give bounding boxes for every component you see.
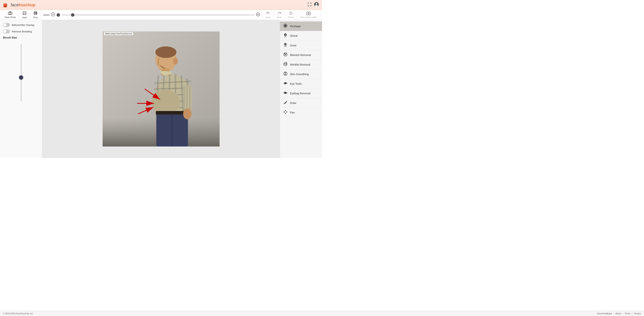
logo-text: facetouchup: [11, 2, 35, 8]
svg-point-70: [284, 62, 287, 66]
brush-size-track: [21, 44, 22, 101]
svg-marker-85: [285, 113, 286, 114]
brush-size-thumb[interactable]: [19, 75, 23, 80]
svg-point-64: [285, 44, 286, 45]
svg-rect-17: [34, 14, 36, 15]
eyebag-removal-label: Eyebag Removal: [290, 92, 310, 95]
canvas-area[interactable]: Made Using FaceTouchUp.com: [42, 20, 280, 158]
logo-icon: [3, 2, 9, 8]
svg-marker-86: [284, 112, 284, 112]
zoom-in-button[interactable]: [256, 12, 260, 17]
svg-point-56: [183, 108, 192, 119]
header-actions: [308, 2, 319, 8]
svg-rect-13: [24, 13, 26, 14]
svg-rect-12: [24, 12, 26, 13]
before-after-overlay-toggle-row: Before/After Overlay: [3, 23, 39, 27]
reset-icon: [289, 12, 293, 16]
svg-marker-84: [285, 110, 286, 111]
svg-rect-24: [306, 12, 308, 15]
left-panel: Before/After Overlay Remove Branding Bru…: [0, 20, 42, 158]
svg-point-77: [285, 92, 286, 93]
svg-point-49: [155, 46, 176, 58]
zoom-out-button[interactable]: [51, 12, 55, 17]
draw-icon: [283, 100, 288, 106]
zoom-slider[interactable]: [62, 14, 255, 15]
tool-item-pan[interactable]: Pan: [280, 108, 322, 117]
svg-point-75: [285, 83, 286, 84]
photo-canvas: [102, 32, 220, 146]
draw-label: Draw: [290, 102, 296, 104]
undo-icon: [266, 12, 270, 16]
fullscreen-button[interactable]: [308, 2, 312, 8]
eye-tools-icon: [283, 81, 288, 86]
svg-point-51: [173, 58, 178, 64]
blemish-removal-label: Blemish Removal: [290, 54, 311, 56]
shrink-icon: [283, 33, 288, 38]
skin-smoothing-icon: [283, 71, 288, 77]
skin-smoothing-label: Skin Smoothing: [290, 73, 309, 76]
svg-line-78: [286, 101, 286, 102]
account-button[interactable]: [314, 2, 319, 8]
remove-branding-toggle-row: Remove Branding: [3, 30, 39, 33]
tool-item-grow[interactable]: Grow: [280, 41, 322, 50]
wrinkle-removal-icon: [283, 62, 288, 67]
svg-point-73: [285, 72, 286, 74]
zoom-area: Zoom: [41, 12, 262, 17]
pan-icon: [283, 110, 288, 115]
print-icon: [34, 11, 38, 16]
svg-point-62: [285, 34, 286, 35]
svg-point-44: [152, 90, 180, 114]
reset-button[interactable]: Reset: [285, 11, 297, 19]
tool-item-eyebag-removal[interactable]: Eyebag Removal: [280, 88, 322, 98]
eyebag-removal-icon: [283, 90, 288, 96]
svg-marker-87: [286, 112, 287, 112]
svg-point-8: [315, 5, 318, 7]
svg-point-66: [284, 54, 285, 54]
redo-button[interactable]: Redo: [274, 11, 285, 19]
open-photo-button[interactable]: Open Photo: [2, 10, 19, 19]
save-button[interactable]: Save: [19, 10, 30, 19]
redo-icon: [278, 12, 281, 16]
photo-container: Made Using FaceTouchUp.com: [102, 32, 220, 146]
tool-item-eye-tools[interactable]: Eye Tools: [280, 79, 322, 88]
watermark: Made Using FaceTouchUp.com: [104, 32, 133, 35]
remove-branding-toggle[interactable]: [3, 30, 10, 33]
tool-item-skin-smoothing[interactable]: Skin Smoothing: [280, 70, 322, 79]
save-icon: [23, 11, 26, 16]
grow-icon: [283, 42, 288, 48]
grow-label: Grow: [290, 44, 296, 47]
right-panel: Reshape Shrink Grow: [280, 20, 322, 158]
reshape-label: Reshape: [290, 25, 301, 28]
logo: facetouchup: [3, 2, 35, 8]
tool-item-wrinkle-removal[interactable]: Wrinkle Removal: [280, 60, 322, 70]
tool-item-draw[interactable]: Draw: [280, 98, 322, 108]
reshape-icon: [283, 24, 288, 29]
wrinkle-removal-label: Wrinkle Removal: [290, 63, 310, 66]
undo-button[interactable]: Undo: [262, 11, 274, 19]
blemish-removal-icon: [283, 52, 288, 58]
toolbar-right-actions: Undo Redo Reset: [262, 11, 320, 19]
svg-point-7: [316, 3, 317, 4]
show-before-after-button[interactable]: Show Before/After: [297, 11, 320, 19]
eye-tools-label: Eye Tools: [290, 82, 302, 85]
brush-size-slider-container: [3, 42, 39, 155]
toolbar: Open Photo Save Print Zoom: [0, 10, 322, 20]
svg-line-71: [286, 62, 287, 62]
before-after-overlay-toggle[interactable]: [3, 23, 10, 27]
svg-rect-25: [309, 12, 311, 15]
tool-item-shrink[interactable]: Shrink: [280, 31, 322, 41]
svg-point-68: [285, 55, 285, 55]
svg-point-67: [286, 54, 286, 55]
before-after-icon: [306, 12, 311, 16]
svg-rect-5: [6, 4, 8, 6]
print-button[interactable]: Print: [30, 10, 41, 19]
shrink-label: Shrink: [290, 34, 298, 38]
pan-label: Pan: [290, 111, 295, 114]
zoom-thumb: [56, 13, 60, 17]
camera-icon: [8, 11, 12, 16]
tool-item-reshape[interactable]: Reshape: [280, 22, 322, 31]
tool-item-blemish-removal[interactable]: Blemish Removal: [280, 50, 322, 60]
svg-rect-3: [4, 4, 6, 6]
header: facetouchup: [0, 0, 322, 10]
main-content: Before/After Overlay Remove Branding Bru…: [0, 20, 322, 158]
